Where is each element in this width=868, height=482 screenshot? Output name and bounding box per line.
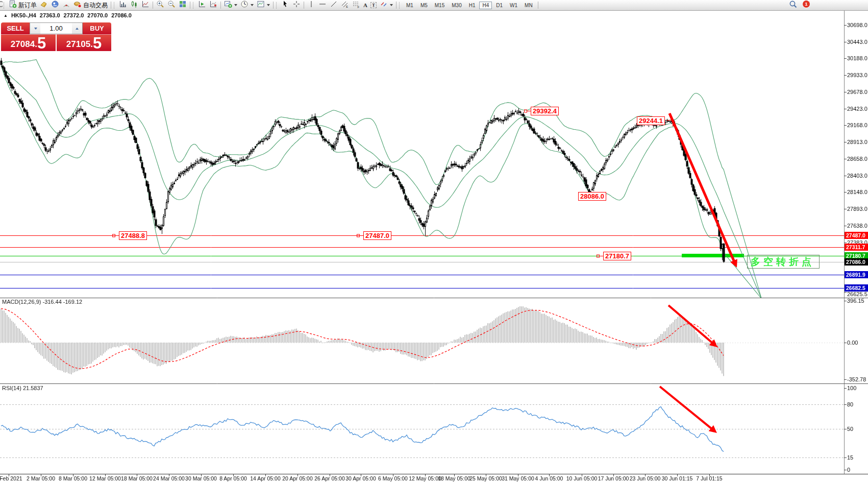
bar-chart-button[interactable] <box>117 1 129 10</box>
chevron-down-icon <box>390 4 393 6</box>
templates-button[interactable] <box>255 1 271 10</box>
line-chart-button[interactable] <box>140 1 151 10</box>
chevron-down-icon <box>267 4 270 6</box>
x-axis-date-label: 14 Apr 05:00 <box>250 475 281 481</box>
volume-input[interactable] <box>40 24 72 33</box>
trend-arrow-3[interactable] <box>660 387 717 433</box>
notification-badge[interactable]: 1 <box>802 0 810 8</box>
x-axis-date-label: 23 Jun 05:00 <box>630 475 661 481</box>
text-tool-button[interactable]: A <box>362 1 369 10</box>
arrows-tool-button[interactable] <box>378 1 394 10</box>
autotrade-button[interactable]: 自动交易 <box>72 1 109 10</box>
trend-arrow-1[interactable] <box>669 113 737 268</box>
zoom-in-button[interactable] <box>155 1 166 10</box>
toolbar-separator <box>111 2 111 9</box>
x-axis-date-label: 8 Apr 05:00 <box>219 475 247 481</box>
timeframe-h1[interactable]: H1 <box>466 2 479 9</box>
eraser-icon <box>40 0 48 10</box>
timeframe-d1[interactable]: D1 <box>493 2 506 9</box>
y-axis-tick: 29933.0 <box>847 72 867 78</box>
chart-canvas[interactable] <box>0 0 868 482</box>
sell-button[interactable]: SELL <box>1 22 30 34</box>
timeframe-h4[interactable]: H4 <box>479 2 492 9</box>
y-axis-price-badge: 26682.5 <box>845 284 868 292</box>
candlestick-icon <box>130 0 138 10</box>
periods-button[interactable] <box>239 1 255 10</box>
timeframe-toolbar: M1M5M15M30H1H4D1W1MN <box>403 2 536 9</box>
volume-increase-button[interactable] <box>72 23 82 34</box>
macd-axis-label: 396.15 <box>847 298 864 304</box>
eraser-button[interactable] <box>38 1 49 10</box>
x-axis-date-label: 18 Mar 05:00 <box>121 475 153 481</box>
candlestick-chart-button[interactable] <box>129 1 140 10</box>
line-chart-icon <box>141 0 150 10</box>
x-axis-date-label: 30 Apr 05:00 <box>345 475 376 481</box>
zoom-out-button[interactable] <box>166 1 177 10</box>
zoom-out-icon <box>167 0 176 10</box>
timeframe-m30[interactable]: M30 <box>449 2 464 9</box>
x-axis-date-label: 4 Jun 05:00 <box>535 475 563 481</box>
rsi-axis-label: 50 <box>847 426 853 432</box>
mt4-window: 新订单 自动交易 E F A T <box>0 0 868 482</box>
price-label-box[interactable]: 27180.7 <box>603 252 631 260</box>
add-indicator-button[interactable] <box>222 1 239 10</box>
rsi-axis-label: 15 <box>847 454 853 461</box>
toolbar-separator <box>153 2 153 9</box>
tile-windows-button[interactable] <box>177 1 188 10</box>
x-axis-date-label: 20 Apr 05:00 <box>282 475 313 481</box>
chevron-down-icon <box>234 4 237 6</box>
auto-scroll-button[interactable] <box>208 1 219 10</box>
price-label-box[interactable]: 27487.0 <box>363 231 391 240</box>
timeframe-mn[interactable]: MN <box>522 2 536 9</box>
timeframe-m5[interactable]: M5 <box>417 2 431 9</box>
y-axis-tick: 28403.0 <box>847 173 867 179</box>
caret-up-icon <box>76 28 79 30</box>
fibonacci-button[interactable]: F <box>351 1 362 10</box>
channel-button[interactable]: E <box>339 1 351 10</box>
horizontal-line-button[interactable] <box>317 1 328 10</box>
buy-price[interactable]: 27105.5 <box>57 34 111 51</box>
label-icon: T <box>370 2 377 8</box>
x-axis-date-label: 4 Feb 2021 <box>0 475 22 481</box>
price-label-box[interactable]: 29392.4 <box>531 107 559 115</box>
x-axis-date-label: 17 Jun 05:00 <box>598 475 629 481</box>
price-label-box[interactable]: 27488.8 <box>119 231 147 240</box>
y-axis-tick: 29168.0 <box>847 122 867 128</box>
search-button[interactable] <box>787 1 799 10</box>
chevron-down-icon <box>251 4 254 6</box>
timeframe-w1[interactable]: W1 <box>507 2 520 9</box>
buy-button[interactable]: BUY <box>83 22 111 34</box>
clipped-icon <box>0 0 3 10</box>
search-icon <box>789 0 798 11</box>
y-axis-tick: 29678.0 <box>847 89 867 95</box>
cursor-button[interactable] <box>280 1 291 10</box>
crosshair-icon <box>292 0 301 10</box>
macd-label: MACD(12,26,9) -316.44 -169.12 <box>2 299 82 305</box>
cursor-icon <box>281 0 289 10</box>
new-order-button[interactable]: 新订单 <box>7 1 38 10</box>
sell-price-frac: 5 <box>37 36 46 51</box>
highlight-bar[interactable] <box>682 254 744 257</box>
label-tool-button[interactable]: T <box>369 1 378 10</box>
timeframe-m15[interactable]: M15 <box>432 2 448 9</box>
scroll-to-end-icon <box>198 0 206 10</box>
toolbar-separator <box>538 2 538 9</box>
timeframe-m1[interactable]: M1 <box>403 2 416 9</box>
volume-decrease-button[interactable] <box>30 23 40 34</box>
crosshair-button[interactable] <box>291 1 302 10</box>
new-order-icon <box>9 0 17 10</box>
price-label-box[interactable]: 28086.0 <box>578 192 606 201</box>
autotrade-icon <box>73 0 82 10</box>
scroll-to-end-button[interactable] <box>196 1 208 10</box>
volume-spinner <box>30 22 83 34</box>
community-button[interactable] <box>49 1 61 10</box>
y-axis-tick: 28658.0 <box>847 156 867 162</box>
turning-point-note[interactable]: 多空转折点 <box>747 255 820 269</box>
toolbar-grip <box>4 2 5 9</box>
price-label-box[interactable]: 29244.1 <box>637 116 665 125</box>
trend-arrow-2[interactable] <box>668 305 717 347</box>
vertical-line-button[interactable] <box>306 1 317 10</box>
trendline-button[interactable] <box>328 1 339 10</box>
signals-button[interactable] <box>61 1 72 10</box>
sell-price[interactable]: 27084.5 <box>1 34 56 51</box>
